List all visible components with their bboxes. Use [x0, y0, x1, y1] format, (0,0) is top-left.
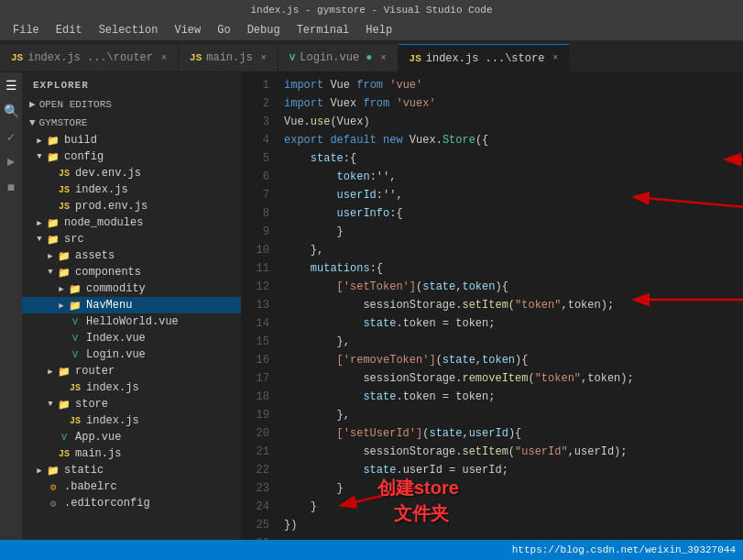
prop-token: userInfo [337, 207, 390, 220]
menu-item-debug[interactable]: Debug [240, 22, 288, 38]
tree-item-build[interactable]: ▶📁build [22, 132, 241, 148]
kw-token: import [284, 79, 323, 92]
line-num-21: 21 [249, 443, 269, 461]
tree-label-static: static [64, 464, 104, 477]
open-editors-section[interactable]: ▶ OPEN EDITORS [22, 94, 241, 114]
tree-label-NavMenu: NavMenu [86, 299, 132, 312]
line-num-5: 5 [249, 149, 269, 168]
code-line-17: ['removeToken'](state,token){ [284, 351, 743, 369]
vue-icon: V [290, 52, 296, 63]
tree-arrow-store: ▼ [44, 400, 57, 409]
folder-icon: 📁 [46, 135, 60, 147]
explorer-icon[interactable]: ☰ [2, 76, 20, 94]
prop-token: state [443, 354, 475, 367]
tree-item-config[interactable]: ▼📁config [22, 148, 241, 165]
tree-item-components[interactable]: ▼📁components [22, 264, 241, 280]
code-lines: import Vue from 'vue'import Vuex from 'v… [277, 72, 743, 540]
tree-item-main.js.src[interactable]: JSmain.js [22, 445, 241, 462]
str-token: "userId" [515, 445, 568, 458]
open-editors-label: OPEN EDITORS [39, 99, 112, 110]
menu-item-help[interactable]: Help [358, 22, 399, 38]
line-num-6: 6 [249, 168, 269, 186]
tree-item-commodity[interactable]: ▶📁commodity [22, 280, 241, 297]
tree-label-.babelrc: .babelrc [64, 480, 117, 493]
str-token: ['setToken'] [337, 280, 416, 293]
tree-item-router[interactable]: ▶📁router [22, 363, 241, 379]
tree-arrow-router: ▶ [44, 367, 57, 377]
tree-item-assets[interactable]: ▶📁assets [22, 247, 241, 264]
tab-close-icon[interactable]: × [261, 53, 267, 63]
tree-arrow-static: ▶ [33, 466, 46, 476]
tab-close-icon[interactable]: × [161, 53, 167, 63]
code-line-7: userId:'', [284, 186, 743, 204]
tree-arrow-commodity: ▶ [55, 284, 68, 294]
gymstore-section[interactable]: ▼ GYMSTORE [22, 114, 241, 132]
js-icon: JS [57, 185, 71, 195]
code-line-2: import Vuex from 'vuex' [284, 94, 743, 113]
cls-token: Store [443, 134, 475, 147]
code-content[interactable]: 1234567891011121314151617181920212223242… [242, 72, 743, 540]
folder-icon: 📁 [46, 234, 60, 246]
str-token: 'vuex' [396, 97, 435, 110]
tree-item-HelloWorld.vue[interactable]: VHelloWorld.vue [22, 313, 241, 330]
code-line-12: mutations:{ [284, 259, 743, 278]
code-line-22: sessionStorage.setItem("userId",userId); [284, 443, 743, 461]
tab-tab3[interactable]: VLogin.vue ●× [279, 44, 399, 71]
tree-item-Login.vue[interactable]: VLogin.vue [22, 346, 241, 363]
menu-item-file[interactable]: File [5, 22, 47, 38]
folder-icon: 📁 [46, 151, 60, 163]
tree-item-static[interactable]: ▶📁static [22, 462, 241, 478]
extensions-icon[interactable]: ■ [2, 179, 20, 197]
fn-token: use [311, 115, 331, 128]
menu-item-view[interactable]: View [167, 22, 208, 38]
tree-item-index.js.store[interactable]: JSindex.js [22, 412, 241, 429]
tree-item-node_modules[interactable]: ▶📁node_modules [22, 214, 241, 231]
tree-item-NavMenu[interactable]: ▶📁NavMenu [22, 297, 241, 313]
tree-item-index.js.config[interactable]: JSindex.js [22, 181, 241, 198]
tab-close-icon[interactable]: × [381, 53, 387, 63]
tree-item-dev.env.js[interactable]: JSdev.env.js [22, 165, 241, 181]
line-num-19: 19 [249, 406, 269, 424]
tab-close-icon[interactable]: × [552, 53, 558, 63]
debug-icon[interactable]: ► [2, 153, 20, 171]
code-line-10: } [284, 223, 743, 241]
line-num-24: 24 [249, 498, 269, 516]
code-line-23: state.userId = userId; [284, 461, 743, 479]
tree-item-.babelrc[interactable]: ⚙.babelrc [22, 478, 241, 495]
open-editors-arrow: ▶ [29, 98, 36, 110]
kw-token: export [284, 134, 323, 147]
code-line-21: ['setUserId'](state,userId){ [284, 424, 743, 443]
str-token: 'vue' [389, 79, 422, 92]
code-line-1: import Vue from 'vue' [284, 76, 743, 94]
sidebar: EXPLORER ▶ OPEN EDITORS ▼ GYMSTORE ▶📁bui… [22, 72, 242, 540]
tab-tab1[interactable]: JSindex.js ...\router× [0, 44, 179, 71]
git-icon[interactable]: ✓ [2, 127, 20, 146]
search-icon[interactable]: 🔍 [2, 102, 20, 120]
js-icon: JS [57, 169, 71, 179]
vue-icon: V [68, 334, 82, 344]
kw-token: import [284, 97, 323, 110]
tree-item-index.js.router[interactable]: JSindex.js [22, 379, 241, 396]
tree-item-src[interactable]: ▼📁src [22, 231, 241, 247]
tree-item-prod.env.js[interactable]: JSprod.env.js [22, 198, 241, 214]
tab-tab4[interactable]: JSindex.js ...\store× [399, 44, 571, 71]
tree-label-.editorconfig: .editorconfig [64, 497, 150, 510]
tree-item-App.vue[interactable]: VApp.vue [22, 429, 241, 445]
main-area: ☰ 🔍 ✓ ► ■ EXPLORER ▶ OPEN EDITORS ▼ GYMS… [0, 72, 743, 540]
tab-tab2[interactable]: JSmain.js× [179, 44, 279, 71]
folder-icon: 📁 [57, 250, 71, 262]
tab-label: main.js [206, 51, 252, 64]
code-line-25: } [284, 498, 743, 516]
js-icon: JS [57, 449, 71, 459]
status-bar: https://blog.csdn.net/weixin_39327044 [0, 540, 743, 560]
tree-item-Index.vue[interactable]: VIndex.vue [22, 330, 241, 346]
menu-item-go[interactable]: Go [210, 22, 237, 38]
tree-item-store[interactable]: ▼📁store [22, 396, 241, 412]
menu-item-selection[interactable]: Selection [92, 22, 166, 38]
tree-label-HelloWorld.vue: HelloWorld.vue [86, 315, 179, 328]
js-icon: JS [410, 53, 421, 64]
menu-item-terminal[interactable]: Terminal [290, 22, 357, 38]
code-line-6: token:'', [284, 168, 743, 186]
tree-item-.editorconfig[interactable]: ⚙.editorconfig [22, 495, 241, 511]
menu-item-edit[interactable]: Edit [49, 22, 90, 38]
